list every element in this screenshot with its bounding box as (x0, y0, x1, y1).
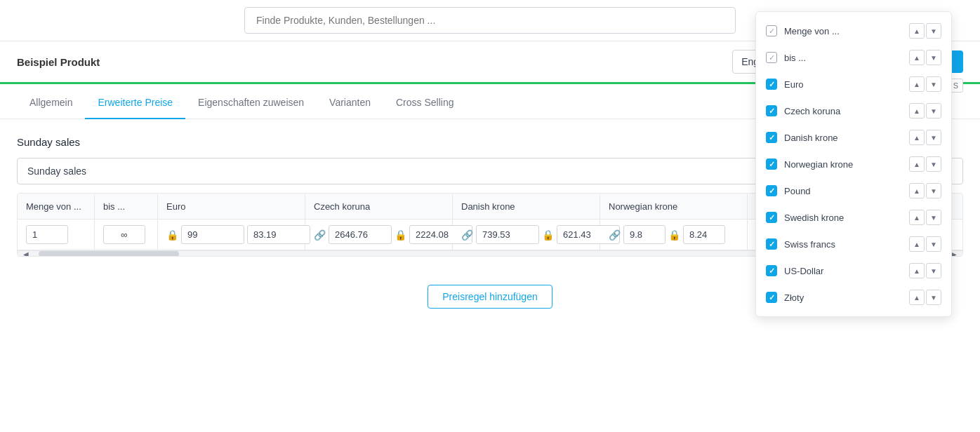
arrow-up-swedish-krone[interactable]: ▲ (909, 210, 925, 225)
dropdown-checkbox-pound[interactable]: ✓ (766, 185, 777, 196)
dropdown-label-us-dollar: US-Dollar (784, 266, 823, 276)
dropdown-item-left: ✓ US-Dollar (766, 265, 902, 276)
dropdown-item-left: ✓ Danish krone (766, 132, 902, 143)
add-rule-button[interactable]: Preisregel hinzufügen (428, 285, 552, 309)
arrow-up-menge-von[interactable]: ▲ (909, 23, 925, 39)
dropdown-checkbox-czech-koruna[interactable]: ✓ (766, 105, 777, 116)
arrow-up-bis[interactable]: ▲ (909, 50, 925, 65)
euro-input-1[interactable] (181, 225, 244, 244)
search-input[interactable] (244, 7, 736, 34)
dropdown-checkbox-zloty[interactable]: ✓ (766, 292, 777, 303)
arrow-up-norwegian-krone[interactable]: ▲ (909, 156, 925, 172)
dropdown-checkbox-swiss-francs[interactable]: ✓ (766, 238, 777, 250)
col-header-euro: Euro (158, 194, 305, 219)
dropdown-checkbox-swedish-krone[interactable]: ✓ (766, 212, 777, 223)
arrow-down-danish-krone[interactable]: ▼ (926, 130, 941, 145)
search-wrapper (244, 7, 736, 34)
dropdown-item-swiss-francs[interactable]: ✓ Swiss francs ▲ ▼ (756, 231, 951, 257)
tab-eigenschaften[interactable]: Eigenschaften zuweisen (185, 87, 317, 119)
lock-icon-norwegian[interactable]: 🔒 (668, 229, 680, 241)
dropdown-item-left: ✓ Euro (766, 79, 902, 90)
dropdown-label-swedish-krone: Swedish krone (784, 212, 844, 223)
rule-select-text: Sunday sales (27, 166, 86, 177)
col-header-danish: Danish krone (453, 194, 600, 219)
cell-norwegian: 🔗 🔒 (600, 220, 748, 250)
col-header-menge: Menge von ... (18, 194, 95, 219)
dropdown-item-bis[interactable]: ✓ bis ... ▲ ▼ (756, 44, 951, 71)
tab-varianten[interactable]: Varianten (317, 87, 383, 119)
arrow-up-danish-krone[interactable]: ▲ (909, 130, 925, 145)
dropdown-arrows-norwegian-krone: ▲ ▼ (909, 156, 941, 172)
norwegian-input-2[interactable] (683, 225, 725, 244)
dropdown-checkbox-us-dollar[interactable]: ✓ (766, 265, 777, 276)
dropdown-label-danish-krone: Danish krone (784, 133, 838, 143)
menge-input[interactable] (26, 225, 68, 244)
dropdown-arrows-swedish-krone: ▲ ▼ (909, 210, 941, 225)
cell-menge (18, 220, 95, 250)
danish-input-1[interactable] (476, 225, 539, 244)
dropdown-item-left: ✓ Swedish krone (766, 212, 902, 223)
dropdown-label-menge-von: Menge von ... (784, 26, 840, 36)
dropdown-arrows-pound: ▲ ▼ (909, 183, 941, 198)
arrow-up-us-dollar[interactable]: ▲ (909, 263, 925, 278)
arrow-up-pound[interactable]: ▲ (909, 183, 925, 198)
dropdown-arrows-danish-krone: ▲ ▼ (909, 130, 941, 145)
dropdown-arrows-czech-koruna: ▲ ▼ (909, 103, 941, 119)
lock-icon-danish[interactable]: 🔒 (542, 229, 554, 241)
dropdown-label-czech-koruna: Czech koruna (784, 106, 840, 116)
czech-input-1[interactable] (329, 225, 392, 244)
dropdown-item-us-dollar[interactable]: ✓ US-Dollar ▲ ▼ (756, 257, 951, 284)
dropdown-checkbox-norwegian-krone[interactable]: ✓ (766, 158, 777, 170)
product-title: Beispiel Produkt (17, 56, 724, 68)
dropdown-checkbox-bis[interactable]: ✓ (766, 52, 777, 63)
lock-icon-czech[interactable]: 🔒 (395, 229, 406, 241)
dropdown-label-swiss-francs: Swiss francs (784, 239, 835, 250)
dropdown-item-swedish-krone[interactable]: ✓ Swedish krone ▲ ▼ (756, 204, 951, 231)
dropdown-item-pound[interactable]: ✓ Pound ▲ ▼ (756, 177, 951, 204)
cell-bis (95, 220, 158, 250)
dropdown-item-euro[interactable]: ✓ Euro ▲ ▼ (756, 71, 951, 97)
dropdown-item-left: ✓ Menge von ... (766, 25, 902, 36)
arrow-up-zloty[interactable]: ▲ (909, 290, 925, 305)
arrow-down-menge-von[interactable]: ▼ (926, 23, 941, 39)
arrow-down-zloty[interactable]: ▼ (926, 290, 941, 305)
dropdown-item-zloty[interactable]: ✓ Złoty ▲ ▼ (756, 284, 951, 311)
arrow-down-swiss-francs[interactable]: ▼ (926, 236, 941, 252)
arrow-down-us-dollar[interactable]: ▼ (926, 263, 941, 278)
dropdown-checkbox-danish-krone[interactable]: ✓ (766, 132, 777, 143)
arrow-up-swiss-francs[interactable]: ▲ (909, 236, 925, 252)
col-header-bis: bis ... (95, 194, 158, 219)
arrow-down-bis[interactable]: ▼ (926, 50, 941, 65)
dropdown-item-norwegian-krone[interactable]: ✓ Norwegian krone ▲ ▼ (756, 151, 951, 177)
link-icon-czech[interactable]: 🔗 (314, 229, 326, 241)
norwegian-input-1[interactable] (623, 225, 666, 244)
dropdown-label-zloty: Złoty (784, 292, 804, 303)
dropdown-item-menge-von[interactable]: ✓ Menge von ... ▲ ▼ (756, 18, 951, 44)
bis-input[interactable] (103, 225, 145, 244)
arrow-down-swedish-krone[interactable]: ▼ (926, 210, 941, 225)
link-icon-danish[interactable]: 🔗 (461, 229, 473, 241)
dropdown-label-euro: Euro (784, 79, 803, 90)
arrow-down-czech-koruna[interactable]: ▼ (926, 103, 941, 119)
dropdown-item-danish-krone[interactable]: ✓ Danish krone ▲ ▼ (756, 124, 951, 151)
arrow-down-pound[interactable]: ▼ (926, 183, 941, 198)
dropdown-arrows-menge-von: ▲ ▼ (909, 23, 941, 39)
arrow-down-euro[interactable]: ▼ (926, 76, 941, 92)
tab-allgemein[interactable]: Allgemein (17, 87, 85, 119)
euro-input-2[interactable] (247, 225, 310, 244)
arrow-down-norwegian-krone[interactable]: ▼ (926, 156, 941, 172)
link-icon-norwegian[interactable]: 🔗 (609, 229, 621, 241)
dropdown-checkbox-euro[interactable]: ✓ (766, 79, 777, 90)
dropdown-item-czech-koruna[interactable]: ✓ Czech koruna ▲ ▼ (756, 97, 951, 124)
lock-icon[interactable]: 🔒 (166, 229, 178, 241)
scroll-left-arrow[interactable]: ◀ (18, 251, 34, 256)
arrow-up-czech-koruna[interactable]: ▲ (909, 103, 925, 119)
cell-danish: 🔗 🔒 (453, 220, 600, 250)
dropdown-item-left: ✓ Norwegian krone (766, 158, 902, 170)
scroll-thumb[interactable] (39, 251, 179, 256)
tab-cross-selling[interactable]: Cross Selling (383, 87, 466, 119)
tab-erweiterte-preise[interactable]: Erweiterte Preise (85, 87, 185, 119)
dropdown-arrows-euro: ▲ ▼ (909, 76, 941, 92)
arrow-up-euro[interactable]: ▲ (909, 76, 925, 92)
dropdown-checkbox-menge-von[interactable]: ✓ (766, 25, 777, 36)
